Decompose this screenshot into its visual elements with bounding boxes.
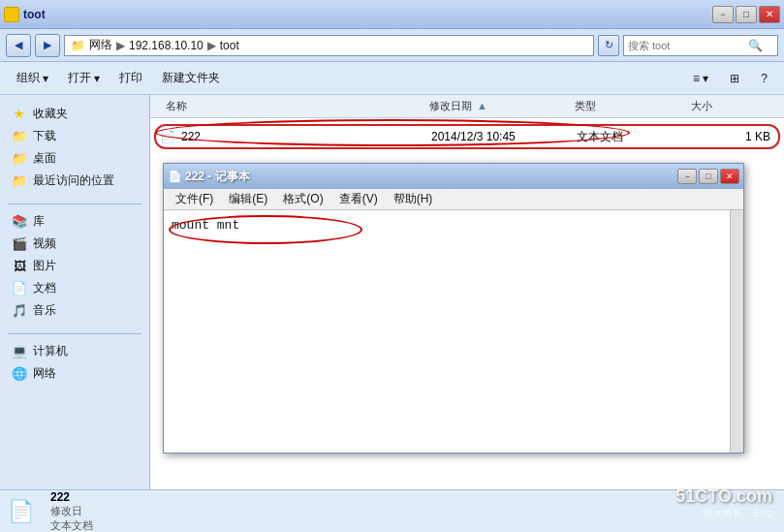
- sidebar-item-network[interactable]: 🌐 网络: [4, 362, 145, 385]
- notepad-menu-edit[interactable]: 编辑(E): [221, 189, 275, 209]
- open-button[interactable]: 打开 ▾: [59, 66, 109, 91]
- status-info: 222 修改日 文本文档: [50, 490, 93, 533]
- back-button[interactable]: ◀: [6, 34, 31, 57]
- music-icon: 🎵: [12, 304, 27, 318]
- file-type-cell: 文本文档: [577, 129, 693, 145]
- status-meta1: 修改日: [50, 504, 93, 518]
- close-button[interactable]: ✕: [759, 6, 780, 23]
- sidebar-favorites-header[interactable]: ★ 收藏夹: [4, 103, 145, 125]
- breadcrumb-item-ip[interactable]: 192.168.10.10: [129, 39, 204, 52]
- sidebar-label-computer: 计算机: [33, 343, 68, 360]
- open-dropdown-icon: ▾: [94, 72, 100, 85]
- sidebar-item-document[interactable]: 📄 文档: [4, 277, 145, 299]
- search-box[interactable]: 🔍: [623, 35, 778, 56]
- notepad-close-button[interactable]: ✕: [720, 169, 739, 184]
- notepad-scrollbar[interactable]: [730, 210, 743, 453]
- notepad-menu-format[interactable]: 格式(O): [275, 189, 330, 209]
- help-button[interactable]: ?: [752, 66, 776, 91]
- network-icon: 🌐: [12, 367, 27, 381]
- toolbar: 组织 ▾ 打开 ▾ 打印 新建文件夹 ≡ ▾ ⊞ ?: [0, 62, 784, 95]
- notepad-content: [164, 210, 743, 453]
- status-filename: 222: [50, 490, 93, 504]
- col-header-name[interactable]: 名称: [158, 99, 429, 113]
- sidebar-label-video: 视频: [33, 235, 56, 252]
- library-icon: 📚: [12, 215, 27, 229]
- breadcrumb-sep-2: ▶: [207, 39, 216, 52]
- file-name-label: 222: [181, 130, 201, 143]
- sidebar-label-document: 文档: [33, 280, 56, 297]
- search-input[interactable]: [628, 40, 744, 51]
- sidebar-library-header[interactable]: 📚 库: [4, 210, 145, 233]
- library-section: 📚 库 🎬 视频 🖼 图片 📄 文档 🎵 音乐: [4, 210, 145, 322]
- folder-icon: 📁: [12, 130, 27, 143]
- toolbar-right: ≡ ▾ ⊞ ?: [684, 66, 776, 91]
- address-field[interactable]: 📁 网络 ▶ 192.168.10.10 ▶ toot: [64, 35, 594, 56]
- sidebar: ★ 收藏夹 📁 下载 📁 桌面 📁 最近访问的位置: [0, 95, 150, 489]
- status-meta2: 文本文档: [50, 518, 93, 533]
- sidebar-item-computer[interactable]: 💻 计算机: [4, 340, 145, 362]
- notepad-maximize-button[interactable]: □: [699, 169, 718, 184]
- col-header-type[interactable]: 类型: [575, 99, 691, 113]
- search-icon: 🔍: [748, 39, 763, 52]
- new-window-button[interactable]: ⊞: [721, 66, 748, 91]
- status-bar: 📄 222 修改日 文本文档: [0, 489, 784, 532]
- sidebar-library-label: 库: [33, 213, 45, 230]
- organize-button[interactable]: 组织 ▾: [8, 66, 57, 91]
- new-folder-button[interactable]: 新建文件夹: [153, 66, 229, 91]
- refresh-button[interactable]: ↻: [598, 35, 619, 56]
- sidebar-label-image: 图片: [33, 258, 56, 274]
- notepad-title-icon: 📄: [168, 170, 181, 183]
- sidebar-item-image[interactable]: 🖼 图片: [4, 255, 145, 277]
- watermark-main: 51CTO.com: [675, 486, 772, 507]
- sidebar-label-recent: 最近访问的位置: [33, 172, 114, 189]
- sidebar-label-network: 网络: [33, 365, 56, 382]
- status-file-icon: 📄: [8, 496, 35, 527]
- sidebar-item-video[interactable]: 🎬 视频: [4, 233, 145, 255]
- file-row[interactable]: 📄 222 2014/12/3 10:45 文本文档 1 KB: [154, 124, 780, 149]
- watermark: 51CTO.com 技术博客 Blog: [675, 486, 772, 520]
- maximize-button[interactable]: □: [736, 6, 757, 23]
- sidebar-item-recent[interactable]: 📁 最近访问的位置: [4, 170, 145, 192]
- notepad-title-text: 222 - 记事本: [185, 169, 250, 185]
- print-button[interactable]: 打印: [110, 66, 151, 91]
- dropdown-arrow-icon: ▾: [43, 72, 48, 85]
- breadcrumb-item-network[interactable]: 网络: [89, 37, 112, 53]
- breadcrumb: 网络 ▶ 192.168.10.10 ▶ toot: [89, 37, 239, 53]
- file-size-cell: 1 KB: [693, 130, 770, 143]
- sidebar-label-downloads: 下载: [33, 128, 56, 144]
- notepad-title-bar: 📄 222 - 记事本 － □ ✕: [164, 164, 743, 189]
- image-icon: 🖼: [12, 260, 27, 273]
- col-header-size[interactable]: 大小: [691, 99, 768, 113]
- title-controls: － □ ✕: [712, 6, 780, 23]
- notepad-window: 📄 222 - 记事本 － □ ✕ 文件(F) 编辑(E) 格式(O) 查看(V…: [163, 163, 744, 454]
- sidebar-label-music: 音乐: [33, 302, 56, 319]
- computer-icon: 💻: [12, 345, 27, 359]
- sidebar-item-music[interactable]: 🎵 音乐: [4, 299, 145, 322]
- file-text-icon: 📄: [160, 129, 175, 144]
- favorites-section: ★ 收藏夹 📁 下载 📁 桌面 📁 最近访问的位置: [4, 103, 145, 192]
- sidebar-item-downloads[interactable]: 📁 下载: [4, 125, 145, 147]
- notepad-minimize-button[interactable]: －: [677, 169, 697, 184]
- sidebar-item-desktop[interactable]: 📁 桌面: [4, 147, 145, 170]
- sidebar-favorites-label: 收藏夹: [33, 106, 68, 122]
- explorer-title-icon: [4, 7, 19, 22]
- column-header: 名称 修改日期 ▲ 类型 大小: [150, 95, 784, 118]
- forward-button[interactable]: ▶: [35, 34, 60, 57]
- notepad-menu-view[interactable]: 查看(V): [331, 189, 386, 209]
- video-icon: 🎬: [12, 237, 27, 251]
- notepad-textarea[interactable]: [164, 210, 730, 453]
- notepad-menu-file[interactable]: 文件(F): [168, 189, 221, 209]
- col-header-date[interactable]: 修改日期 ▲: [429, 99, 575, 113]
- notepad-menu: 文件(F) 编辑(E) 格式(O) 查看(V) 帮助(H): [164, 189, 743, 210]
- address-bar: ◀ ▶ 📁 网络 ▶ 192.168.10.10 ▶ toot ↻ 🔍: [0, 29, 784, 62]
- document-icon: 📄: [12, 282, 27, 296]
- file-date-cell: 2014/12/3 10:45: [431, 130, 577, 143]
- notepad-menu-help[interactable]: 帮助(H): [386, 189, 441, 209]
- sort-arrow-icon: ▲: [477, 100, 487, 111]
- minimize-button[interactable]: －: [712, 6, 734, 23]
- view-toggle-button[interactable]: ≡ ▾: [684, 66, 717, 91]
- folder-icon-recent: 📁: [12, 174, 27, 188]
- file-name-cell: 📄 222: [160, 129, 431, 144]
- section-divider-2: [8, 333, 141, 334]
- breadcrumb-item-toot[interactable]: toot: [220, 39, 239, 52]
